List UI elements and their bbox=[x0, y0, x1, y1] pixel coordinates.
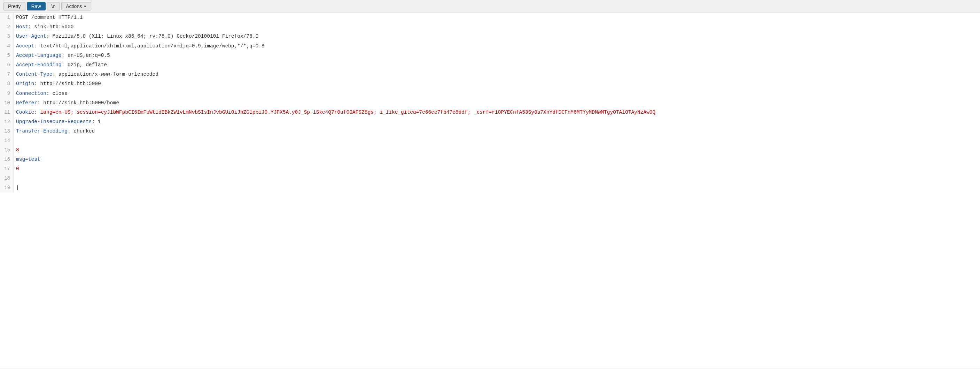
table-row: 2Host: sink.htb:5000 bbox=[0, 22, 980, 32]
header-name: User-Agent bbox=[16, 34, 46, 39]
request-method: POST /comment HTTP/1.1 bbox=[16, 14, 83, 20]
line-number: 16 bbox=[0, 155, 14, 164]
line-content[interactable]: Content-Type: application/x-www-form-url… bbox=[14, 70, 980, 79]
line-content[interactable]: 8 bbox=[14, 145, 980, 155]
table-row: 6Accept-Encoding: gzip, deflate bbox=[0, 60, 980, 70]
content-area: 1POST /comment HTTP/1.12Host: sink.htb:5… bbox=[0, 13, 980, 368]
header-value: : text/html,application/xhtml+xml,applic… bbox=[34, 43, 264, 49]
line-content[interactable]: Cookie: lang=en-US; session=eyJlbWFpbCI6… bbox=[14, 108, 980, 117]
line-content[interactable]: 0 bbox=[14, 164, 980, 174]
table-row: 9Connection: close bbox=[0, 89, 980, 98]
table-row: 19 bbox=[0, 183, 980, 193]
line-content[interactable]: Upgrade-Insecure-Requests: 1 bbox=[14, 117, 980, 126]
line-number: 11 bbox=[0, 108, 14, 117]
table-row: 4Accept: text/html,application/xhtml+xml… bbox=[0, 42, 980, 51]
header-name: Connection bbox=[16, 91, 46, 96]
line-number: 3 bbox=[0, 32, 14, 41]
table-row: 1POST /comment HTTP/1.1 bbox=[0, 13, 980, 22]
line-number: 14 bbox=[0, 136, 14, 145]
line-number: 12 bbox=[0, 117, 14, 126]
body-number: 0 bbox=[16, 166, 19, 172]
cookie-header-name: Cookie bbox=[16, 110, 34, 115]
toolbar: Pretty Raw \n Actions ▼ bbox=[0, 0, 980, 13]
line-content[interactable] bbox=[14, 174, 980, 183]
line-content[interactable]: User-Agent: Mozilla/5.0 (X11; Linux x86_… bbox=[14, 32, 980, 41]
line-content[interactable] bbox=[14, 183, 980, 193]
header-value: : chunked bbox=[68, 128, 95, 134]
table-row: 7Content-Type: application/x-www-form-ur… bbox=[0, 70, 980, 79]
table-row: 11Cookie: lang=en-US; session=eyJlbWFpbC… bbox=[0, 108, 980, 117]
line-number: 18 bbox=[0, 174, 14, 183]
newline-tab[interactable]: \n bbox=[47, 2, 60, 10]
header-name: Content-Type bbox=[16, 72, 52, 77]
header-value: : application/x-www-form-urlencoded bbox=[52, 72, 159, 77]
pretty-tab[interactable]: Pretty bbox=[3, 2, 25, 10]
table-row: 3User-Agent: Mozilla/5.0 (X11; Linux x86… bbox=[0, 32, 980, 41]
header-name: Upgrade-Insecure-Requests bbox=[16, 119, 92, 125]
line-number: 15 bbox=[0, 145, 14, 155]
table-row: 170 bbox=[0, 164, 980, 174]
header-value: : sink.htb:5000 bbox=[28, 24, 74, 30]
line-number: 17 bbox=[0, 164, 14, 174]
table-row: 12Upgrade-Insecure-Requests: 1 bbox=[0, 117, 980, 126]
header-value: : close bbox=[46, 91, 68, 96]
header-name: Origin bbox=[16, 81, 34, 86]
header-name: Referer bbox=[16, 100, 37, 106]
line-content[interactable]: Connection: close bbox=[14, 89, 980, 98]
line-number: 5 bbox=[0, 51, 14, 60]
raw-tab[interactable]: Raw bbox=[27, 2, 46, 10]
line-number: 19 bbox=[0, 183, 14, 193]
actions-button[interactable]: Actions ▼ bbox=[61, 2, 91, 10]
header-name: Accept-Language bbox=[16, 53, 62, 58]
header-value: : gzip, deflate bbox=[62, 62, 107, 68]
header-value: : http://sink.htb:5000/home bbox=[37, 100, 119, 106]
line-content[interactable]: Referer: http://sink.htb:5000/home bbox=[14, 98, 980, 108]
body-param: msg=test bbox=[16, 157, 40, 162]
line-number: 6 bbox=[0, 60, 14, 70]
line-number: 7 bbox=[0, 70, 14, 79]
header-value: : 1 bbox=[92, 119, 101, 125]
table-row: 158 bbox=[0, 145, 980, 155]
line-content[interactable]: Accept-Encoding: gzip, deflate bbox=[14, 60, 980, 70]
table-row: 18 bbox=[0, 174, 980, 183]
line-content[interactable]: Transfer-Encoding: chunked bbox=[14, 126, 980, 136]
chevron-down-icon: ▼ bbox=[83, 5, 87, 8]
line-number: 13 bbox=[0, 126, 14, 136]
line-number: 4 bbox=[0, 42, 14, 51]
table-row: 10Referer: http://sink.htb:5000/home bbox=[0, 98, 980, 108]
cookie-colon: : bbox=[34, 110, 40, 115]
line-number: 1 bbox=[0, 13, 14, 22]
line-number: 9 bbox=[0, 89, 14, 98]
line-content[interactable]: msg=test bbox=[14, 155, 980, 164]
body-number: 8 bbox=[16, 147, 19, 153]
header-name: Accept bbox=[16, 43, 34, 49]
line-content[interactable]: POST /comment HTTP/1.1 bbox=[14, 13, 980, 22]
header-value: : en-US,en;q=0.5 bbox=[62, 53, 110, 58]
header-name: Accept-Encoding bbox=[16, 62, 62, 68]
line-content[interactable] bbox=[14, 136, 980, 145]
header-name: Host bbox=[16, 24, 28, 30]
line-content[interactable]: Host: sink.htb:5000 bbox=[14, 22, 980, 32]
cookie-value: lang=en-US; session=eyJlbWFpbCI6ImFuWtld… bbox=[40, 110, 655, 115]
line-number: 8 bbox=[0, 79, 14, 89]
line-content[interactable]: Origin: http://sink.htb:5000 bbox=[14, 79, 980, 89]
actions-label: Actions bbox=[66, 3, 82, 9]
header-name: Transfer-Encoding bbox=[16, 128, 68, 134]
line-content[interactable]: Accept: text/html,application/xhtml+xml,… bbox=[14, 42, 980, 51]
request-table: 1POST /comment HTTP/1.12Host: sink.htb:5… bbox=[0, 13, 980, 193]
header-value: : http://sink.htb:5000 bbox=[34, 81, 101, 86]
table-row: 8Origin: http://sink.htb:5000 bbox=[0, 79, 980, 89]
table-row: 5Accept-Language: en-US,en;q=0.5 bbox=[0, 51, 980, 60]
line-content[interactable]: Accept-Language: en-US,en;q=0.5 bbox=[14, 51, 980, 60]
line-number: 10 bbox=[0, 98, 14, 108]
header-value: : Mozilla/5.0 (X11; Linux x86_64; rv:78.… bbox=[46, 34, 258, 39]
line-number: 2 bbox=[0, 22, 14, 32]
table-row: 13Transfer-Encoding: chunked bbox=[0, 126, 980, 136]
table-row: 16msg=test bbox=[0, 155, 980, 164]
table-row: 14 bbox=[0, 136, 980, 145]
